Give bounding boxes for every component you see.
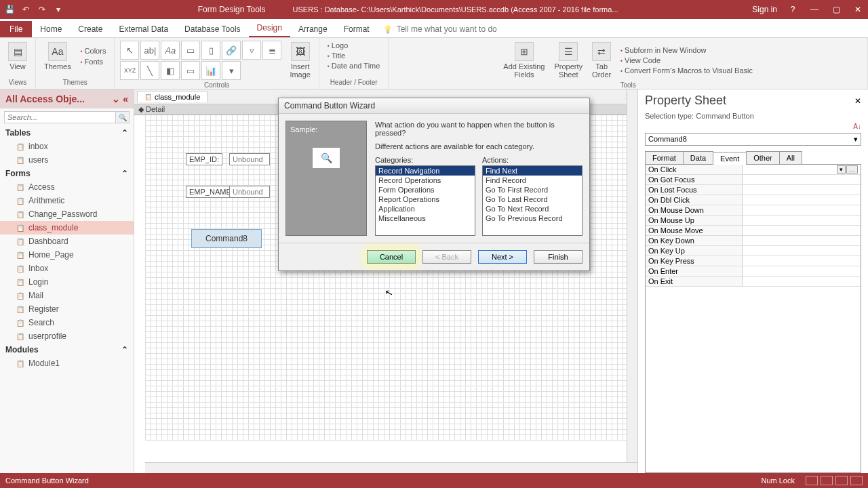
nav-search-input[interactable] bbox=[4, 111, 116, 123]
cancel-button[interactable]: Cancel bbox=[367, 250, 416, 264]
list-item[interactable]: Go To Last Record bbox=[483, 195, 582, 204]
nav-item-search[interactable]: Search bbox=[0, 316, 134, 329]
nav-category-modules[interactable]: Modules⌃ bbox=[0, 343, 134, 357]
chart-control-icon[interactable]: 📊 bbox=[201, 61, 220, 80]
categories-list[interactable]: Record NavigationRecord OperationsForm O… bbox=[375, 165, 475, 236]
document-tab[interactable]: class_module bbox=[137, 91, 208, 102]
property-tab-format[interactable]: Format bbox=[645, 151, 684, 164]
textbox-control-icon[interactable]: ab| bbox=[140, 41, 159, 60]
property-row[interactable]: On Key Up bbox=[646, 246, 861, 256]
view-button[interactable]: ▤View bbox=[5, 41, 30, 72]
property-tab-other[interactable]: Other bbox=[746, 151, 780, 164]
nav-item-dashboard[interactable]: Dashboard bbox=[0, 235, 134, 248]
file-tab[interactable]: File bbox=[0, 21, 32, 37]
nav-item-login[interactable]: Login bbox=[0, 275, 134, 289]
ribbon-tab-create[interactable]: Create bbox=[70, 21, 111, 37]
close-window-icon[interactable]: ✕ bbox=[852, 3, 864, 16]
actions-list[interactable]: Find NextFind RecordGo To First RecordGo… bbox=[482, 165, 583, 236]
nav-item-access[interactable]: Access bbox=[0, 180, 134, 194]
ribbon-tab-arrange[interactable]: Arrange bbox=[290, 21, 336, 37]
line-control-icon[interactable]: ╲ bbox=[140, 61, 159, 80]
nav-item-inbox[interactable]: Inbox bbox=[0, 262, 134, 275]
property-sheet-button[interactable]: ☰Property Sheet bbox=[552, 41, 586, 80]
property-row[interactable]: On Exit bbox=[646, 277, 861, 287]
nav-item-change_password[interactable]: Change_Password bbox=[0, 207, 134, 221]
minimize-icon[interactable]: — bbox=[808, 3, 821, 16]
fonts-button[interactable]: Fonts bbox=[78, 57, 109, 66]
nav-item-class_module[interactable]: class_module bbox=[0, 221, 134, 235]
command8-button[interactable]: Command8 bbox=[191, 229, 262, 248]
property-row[interactable]: On Key Press bbox=[646, 256, 861, 266]
title-button[interactable]: Title bbox=[325, 51, 382, 60]
button-control-icon[interactable]: ▭ bbox=[181, 41, 200, 60]
qat-customize-icon[interactable]: ▾ bbox=[53, 4, 64, 15]
list-item[interactable]: Find Record bbox=[483, 176, 582, 185]
nav-dropdown-icon[interactable]: ⌄ bbox=[112, 94, 120, 104]
toggle-control-icon[interactable]: ◧ bbox=[161, 61, 180, 80]
next-button[interactable]: Next > bbox=[478, 250, 527, 264]
colors-button[interactable]: Colors bbox=[78, 46, 109, 56]
list-item[interactable]: Form Operations bbox=[376, 185, 475, 195]
nav-item-arithmetic[interactable]: Arithmetic bbox=[0, 194, 134, 207]
search-icon[interactable]: 🔍 bbox=[116, 111, 130, 123]
property-row[interactable]: On Mouse Down bbox=[646, 205, 861, 216]
list-item[interactable]: Go To Previous Record bbox=[483, 214, 582, 223]
nav-category-forms[interactable]: Forms⌃ bbox=[0, 167, 134, 180]
tab-control-icon[interactable]: ▯ bbox=[201, 41, 220, 60]
convert-macros-button[interactable]: Convert Form's Macros to Visual Basic bbox=[618, 66, 755, 75]
property-sheet-close-icon[interactable]: ✕ bbox=[854, 96, 861, 106]
list-control-icon[interactable]: ≣ bbox=[262, 41, 281, 60]
finish-button[interactable]: Finish bbox=[534, 250, 583, 264]
more-controls-icon[interactable]: ▾ bbox=[222, 61, 241, 80]
property-row[interactable]: On Dbl Click bbox=[646, 195, 861, 205]
nav-item-users[interactable]: users bbox=[0, 153, 134, 167]
property-row[interactable]: On Click▾… bbox=[646, 165, 861, 175]
nav-item-inbox[interactable]: inbox bbox=[0, 140, 134, 153]
redo-icon[interactable]: ↷ bbox=[37, 4, 47, 15]
nav-header[interactable]: All Access Obje... ⌄« bbox=[0, 89, 134, 108]
label-control-icon[interactable]: Aa bbox=[161, 41, 180, 60]
view-code-button[interactable]: View Code bbox=[618, 56, 755, 65]
ribbon-tab-home[interactable]: Home bbox=[32, 21, 70, 37]
list-item[interactable]: Miscellaneous bbox=[376, 214, 475, 223]
nav-item-userprofile[interactable]: userprofile bbox=[0, 329, 134, 343]
property-row[interactable]: On Key Down bbox=[646, 236, 861, 246]
controls-gallery[interactable]: ↖ ab| Aa ▭ ▯ 🔗 ▿ ≣ XYZ ╲ ◧ ▭ 📊 ▾ bbox=[120, 41, 283, 80]
list-item[interactable]: Go To Next Record bbox=[483, 204, 582, 214]
property-object-combo[interactable]: Command8▾ bbox=[645, 133, 861, 146]
property-tab-event[interactable]: Event bbox=[713, 152, 747, 165]
ribbon-tab-external-data[interactable]: External Data bbox=[111, 21, 176, 37]
save-icon[interactable]: 💾 bbox=[4, 4, 15, 15]
label-emp-id[interactable]: EMP_ID: bbox=[186, 153, 222, 165]
themes-button[interactable]: AaThemes bbox=[41, 41, 74, 72]
property-tab-all[interactable]: All bbox=[779, 151, 802, 164]
tell-me-input[interactable]: Tell me what you want to do bbox=[378, 21, 502, 37]
sort-icon[interactable]: A↓ bbox=[853, 123, 861, 130]
nav-item-register[interactable]: Register bbox=[0, 302, 134, 316]
hyperlink-control-icon[interactable]: 🔗 bbox=[222, 41, 241, 60]
datetime-button[interactable]: Date and Time bbox=[325, 61, 382, 70]
combo-control-icon[interactable]: ▿ bbox=[242, 41, 261, 60]
list-item[interactable]: Application bbox=[376, 204, 475, 214]
undo-icon[interactable]: ↶ bbox=[20, 4, 31, 15]
add-existing-fields-button[interactable]: ⊞Add Existing Fields bbox=[500, 41, 547, 80]
select-control-icon[interactable]: ↖ bbox=[120, 41, 139, 60]
textbox-emp-name[interactable]: Unbound bbox=[229, 186, 270, 198]
xyz-control-icon[interactable]: XYZ bbox=[120, 61, 139, 80]
list-item[interactable]: Record Navigation bbox=[376, 166, 475, 176]
property-row[interactable]: On Got Focus bbox=[646, 175, 861, 185]
nav-item-mail[interactable]: Mail bbox=[0, 289, 134, 302]
property-tab-data[interactable]: Data bbox=[683, 151, 713, 164]
property-row[interactable]: On Enter bbox=[646, 266, 861, 277]
nav-item-home_page[interactable]: Home_Page bbox=[0, 248, 134, 262]
logo-button[interactable]: Logo bbox=[325, 41, 382, 50]
ribbon-tab-format[interactable]: Format bbox=[336, 21, 378, 37]
ribbon-tab-database-tools[interactable]: Database Tools bbox=[176, 21, 249, 37]
list-item[interactable]: Go To First Record bbox=[483, 185, 582, 195]
restore-icon[interactable]: ▢ bbox=[830, 3, 842, 16]
rect-control-icon[interactable]: ▭ bbox=[181, 61, 200, 80]
nav-item-module1[interactable]: Module1 bbox=[0, 357, 134, 370]
ribbon-tab-design[interactable]: Design bbox=[249, 20, 290, 37]
view-switcher[interactable] bbox=[806, 476, 863, 485]
insert-image-button[interactable]: 🖼Insert Image bbox=[287, 41, 313, 80]
